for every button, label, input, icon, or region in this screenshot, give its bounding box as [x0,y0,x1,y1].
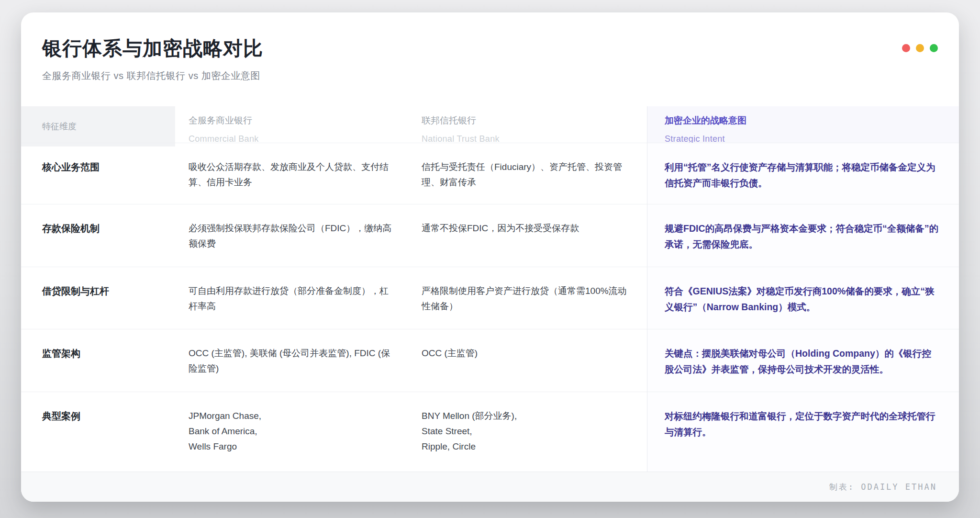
row-dimension-label: 借贷限制与杠杆 [21,267,175,329]
commercial-bank-cell: JPMorgan Chase, Bank of America, Wells F… [175,392,409,472]
comparison-table: 特征维度 全服务商业银行 Commercial Bank 联邦信托银行 Nati… [21,106,959,472]
trust-bank-cell: 信托与受托责任（Fiduciary）、资产托管、投资管理、财富传承 [409,143,647,204]
commercial-bank-cell: 吸收公众活期存款、发放商业及个人贷款、支付结算、信用卡业务 [175,143,409,204]
column-header-label: 全服务商业银行 [189,113,393,128]
strategic-intent-cell: 利用“托管”名义行使资产存储与清算职能；将稳定币储备金定义为信托资产而非银行负债… [647,143,959,204]
window-controls [902,44,938,52]
column-header-strategic-intent: 加密企业的战略意图 Strategic Intent [647,106,959,146]
trust-bank-cell: 严格限制使用客户资产进行放贷（通常需100%流动性储备） [409,267,647,329]
column-header-label: 特征维度 [42,119,77,134]
card-footer: 制表: ODAILY ETHAN [21,472,959,502]
table-header-row: 特征维度 全服务商业银行 Commercial Bank 联邦信托银行 Nati… [21,106,959,143]
comparison-card: 银行体系与加密战略对比 全服务商业银行 vs 联邦信托银行 vs 加密企业意图 … [21,12,959,502]
row-dimension-label: 监管架构 [21,329,175,392]
page-title: 银行体系与加密战略对比 [42,35,938,62]
card-header: 银行体系与加密战略对比 全服务商业银行 vs 联邦信托银行 vs 加密企业意图 [21,12,959,106]
trust-bank-cell: OCC (主监管) [409,329,647,392]
strategic-intent-cell: 规避FDIC的高昂保费与严格资本金要求；符合稳定币“全额储备”的承诺，无需保险兜… [647,204,959,267]
strategic-intent-cell: 符合《GENIUS法案》对稳定币发行商100%储备的要求，确立“狭义银行”（Na… [647,267,959,329]
table-row: 典型案例 JPMorgan Chase, Bank of America, We… [21,392,959,472]
page-subtitle: 全服务商业银行 vs 联邦信托银行 vs 加密企业意图 [42,69,938,82]
commercial-bank-cell: 必须强制投保联邦存款保险公司（FDIC），缴纳高额保费 [175,204,409,267]
table-row: 存款保险机制 必须强制投保联邦存款保险公司（FDIC），缴纳高额保费 通常不投保… [21,204,959,267]
column-header-commercial-bank: 全服务商业银行 Commercial Bank [175,106,409,146]
column-header-label: 加密企业的战略意图 [665,113,940,128]
table-row: 监管架构 OCC (主监管), 美联储 (母公司并表监管), FDIC (保险监… [21,329,959,392]
window-close-button[interactable] [902,44,910,52]
row-dimension-label: 典型案例 [21,392,175,472]
strategic-intent-cell: 对标纽约梅隆银行和道富银行，定位于数字资产时代的全球托管行与清算行。 [647,392,959,472]
trust-bank-cell: 通常不投保FDIC，因为不接受受保存款 [409,204,647,267]
row-dimension-label: 存款保险机制 [21,204,175,267]
commercial-bank-cell: 可自由利用存款进行放贷（部分准备金制度），杠杆率高 [175,267,409,329]
window-maximize-button[interactable] [930,44,938,52]
column-header-label: 联邦信托银行 [422,113,631,128]
column-header-trust-bank: 联邦信托银行 National Trust Bank [409,106,647,146]
credit-text: 制表: ODAILY ETHAN [829,482,937,493]
row-dimension-label: 核心业务范围 [21,143,175,204]
strategic-intent-cell: 关键点：摆脱美联储对母公司（Holding Company）的《银行控股公司法》… [647,329,959,392]
column-header-dimension: 特征维度 [21,106,175,146]
table-row: 借贷限制与杠杆 可自由利用存款进行放贷（部分准备金制度），杠杆率高 严格限制使用… [21,267,959,329]
trust-bank-cell: BNY Mellon (部分业务), State Street, Ripple,… [409,392,647,472]
table-row: 核心业务范围 吸收公众活期存款、发放商业及个人贷款、支付结算、信用卡业务 信托与… [21,143,959,204]
commercial-bank-cell: OCC (主监管), 美联储 (母公司并表监管), FDIC (保险监管) [175,329,409,392]
window-minimize-button[interactable] [916,44,924,52]
